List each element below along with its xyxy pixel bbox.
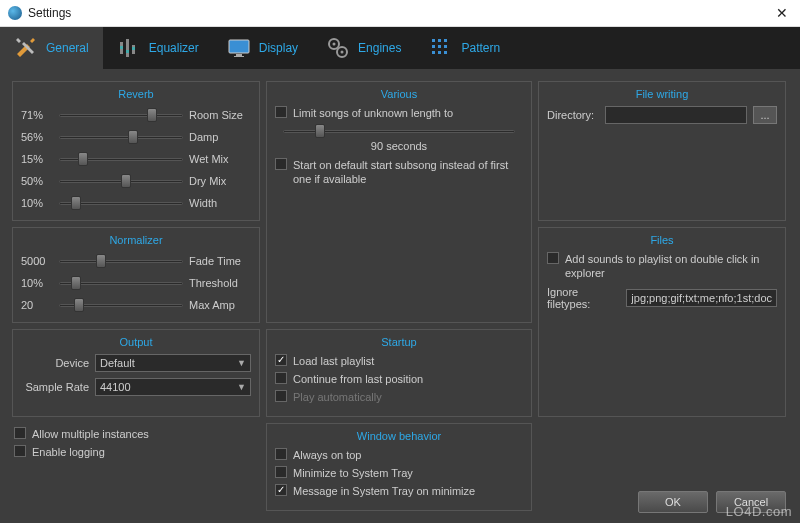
slider-value: 10% (21, 277, 53, 289)
checkbox-allow-multi[interactable] (14, 427, 26, 439)
svg-rect-14 (438, 39, 441, 42)
tab-general[interactable]: General (0, 27, 103, 69)
group-title: Various (275, 88, 523, 100)
tab-label: Display (259, 41, 298, 55)
tab-equalizer[interactable]: Equalizer (103, 27, 213, 69)
svg-rect-17 (438, 45, 441, 48)
slider-limit-seconds[interactable] (283, 124, 515, 138)
ignore-filetypes-input[interactable]: jpg;png;gif;txt;me;nfo;1st;doc (626, 289, 777, 307)
browse-button[interactable]: ... (753, 106, 777, 124)
group-title: Files (547, 234, 777, 246)
checkbox-label: Start on default start subsong instead o… (293, 158, 523, 186)
svg-rect-13 (432, 39, 435, 42)
group-title: Window behavior (275, 430, 523, 442)
pattern-icon (429, 36, 453, 60)
tab-label: Equalizer (149, 41, 199, 55)
slider-dry-mix[interactable] (59, 174, 183, 188)
checkbox-load-last[interactable] (275, 354, 287, 366)
slider-wet-mix[interactable] (59, 152, 183, 166)
cancel-button[interactable]: Cancel (716, 491, 786, 513)
slider-value: 10% (21, 197, 53, 209)
svg-rect-20 (438, 51, 441, 54)
group-normalizer: Normalizer 5000Fade Time 10%Threshold 20… (12, 227, 260, 323)
checkbox-label: Continue from last position (293, 372, 423, 386)
slider-threshold[interactable] (59, 276, 183, 290)
svg-rect-8 (234, 56, 244, 57)
slider-value: 20 (21, 299, 53, 311)
checkbox-limit-songs[interactable] (275, 106, 287, 118)
group-startup: Startup Load last playlist Continue from… (266, 329, 532, 417)
group-reverb: Reverb 71%Room Size 56%Damp 15%Wet Mix 5… (12, 81, 260, 221)
group-title: File writing (547, 88, 777, 100)
checkbox-label: Enable logging (32, 445, 105, 459)
group-title: Normalizer (21, 234, 251, 246)
chevron-down-icon: ▼ (237, 358, 246, 368)
checkbox-msg-tray[interactable] (275, 484, 287, 496)
group-output: Output DeviceDefault▼ Sample Rate44100▼ (12, 329, 260, 417)
slider-room-size[interactable] (59, 108, 183, 122)
tab-strip: General Equalizer Display Engines Patter… (0, 27, 800, 69)
tab-label: Pattern (461, 41, 500, 55)
group-misc-checks: Allow multiple instances Enable logging (12, 423, 260, 511)
svg-point-12 (341, 50, 344, 53)
app-icon (8, 6, 22, 20)
dialog-buttons: OK Cancel (638, 491, 786, 513)
checkbox-add-sounds[interactable] (547, 252, 559, 264)
settings-window: Settings ✕ General Equalizer Display E (0, 0, 800, 523)
svg-rect-3 (120, 46, 123, 49)
tab-engines[interactable]: Engines (312, 27, 415, 69)
checkbox-label: Always on top (293, 448, 361, 462)
checkbox-continue-pos[interactable] (275, 372, 287, 384)
checkbox-play-auto[interactable] (275, 390, 287, 402)
close-icon[interactable]: ✕ (772, 5, 792, 21)
checkbox-enable-logging[interactable] (14, 445, 26, 457)
svg-rect-15 (444, 39, 447, 42)
slider-value: 15% (21, 153, 53, 165)
checkbox-label: Play automatically (293, 390, 382, 404)
slider-width[interactable] (59, 196, 183, 210)
checkbox-start-default[interactable] (275, 158, 287, 170)
slider-label: Room Size (189, 109, 251, 121)
svg-point-10 (333, 42, 336, 45)
slider-damp[interactable] (59, 130, 183, 144)
limit-value-text: 90 seconds (275, 140, 523, 152)
svg-rect-5 (132, 47, 135, 50)
checkbox-label: Allow multiple instances (32, 427, 149, 441)
device-label: Device (21, 357, 89, 369)
ok-button[interactable]: OK (638, 491, 708, 513)
checkbox-min-tray[interactable] (275, 466, 287, 478)
checkbox-label: Minimize to System Tray (293, 466, 413, 480)
directory-label: Directory: (547, 109, 599, 121)
slider-label: Damp (189, 131, 251, 143)
slider-value: 50% (21, 175, 53, 187)
group-title: Reverb (21, 88, 251, 100)
svg-rect-19 (432, 51, 435, 54)
slider-label: Fade Time (189, 255, 251, 267)
ignore-label: Ignore filetypes: (547, 286, 620, 310)
slider-max-amp[interactable] (59, 298, 183, 312)
tab-label: Engines (358, 41, 401, 55)
checkbox-label: Limit songs of unknown length to (293, 106, 453, 120)
tab-display[interactable]: Display (213, 27, 312, 69)
slider-fade-time[interactable] (59, 254, 183, 268)
slider-value: 5000 (21, 255, 53, 267)
window-title: Settings (28, 6, 772, 20)
group-files: Files Add sounds to playlist on double c… (538, 227, 786, 417)
slider-value: 56% (21, 131, 53, 143)
svg-rect-1 (126, 39, 129, 57)
group-file-writing: File writing Directory: ... (538, 81, 786, 221)
device-select[interactable]: Default▼ (95, 354, 251, 372)
svg-rect-21 (444, 51, 447, 54)
group-various: Various Limit songs of unknown length to… (266, 81, 532, 323)
content-area: Reverb 71%Room Size 56%Damp 15%Wet Mix 5… (0, 69, 800, 523)
directory-input[interactable] (605, 106, 747, 124)
svg-rect-4 (126, 50, 129, 53)
tab-pattern[interactable]: Pattern (415, 27, 514, 69)
svg-rect-16 (432, 45, 435, 48)
gears-icon (326, 36, 350, 60)
checkbox-label: Load last playlist (293, 354, 374, 368)
slider-label: Threshold (189, 277, 251, 289)
wrench-icon (14, 36, 38, 60)
checkbox-always-top[interactable] (275, 448, 287, 460)
samplerate-select[interactable]: 44100▼ (95, 378, 251, 396)
